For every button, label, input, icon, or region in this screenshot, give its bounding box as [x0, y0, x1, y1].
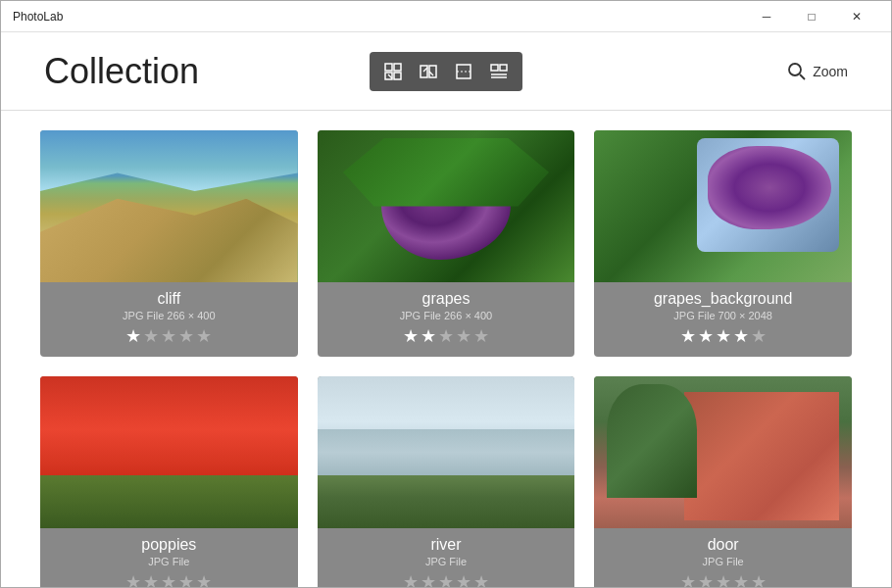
zoom-label: Zoom — [813, 64, 848, 79]
star-1[interactable]: ★ — [680, 325, 696, 347]
app-header: Collection — [1, 32, 891, 111]
star-2[interactable]: ★ — [421, 571, 436, 587]
photo-stars-cliff[interactable]: ★★★★★ — [50, 325, 288, 347]
photo-stars-door[interactable]: ★★★★★ — [604, 571, 842, 587]
svg-rect-7 — [457, 65, 471, 78]
photo-card-grapes[interactable]: grapesJPG File 266 × 400★★★★★ — [318, 130, 575, 357]
photo-meta-cliff: JPG File 266 × 400 — [50, 310, 288, 321]
photo-info-grapes_background: grapes_backgroundJPG File 700 × 2048★★★★… — [594, 282, 852, 357]
header-right: Zoom — [787, 62, 848, 81]
toolbar-grid-button[interactable] — [379, 58, 407, 85]
photo-name-river: river — [327, 536, 566, 554]
star-2[interactable]: ★ — [143, 325, 159, 347]
toolbar — [370, 52, 522, 91]
star-3[interactable]: ★ — [438, 325, 454, 347]
star-4[interactable]: ★ — [456, 325, 471, 347]
star-5[interactable]: ★ — [196, 571, 212, 587]
star-5[interactable]: ★ — [196, 325, 212, 347]
photo-thumb-grapes_background — [594, 130, 852, 282]
toolbar-list-button[interactable] — [485, 58, 513, 85]
star-4[interactable]: ★ — [178, 325, 194, 347]
star-2[interactable]: ★ — [698, 325, 714, 347]
photo-stars-river[interactable]: ★★★★★ — [327, 571, 566, 587]
photo-info-poppies: poppiesJPG File★★★★★ — [40, 528, 298, 587]
photo-name-grapes: grapes — [327, 290, 566, 308]
photo-name-cliff: cliff — [50, 290, 288, 308]
star-5[interactable]: ★ — [751, 325, 767, 347]
maximize-button[interactable]: □ — [789, 1, 834, 32]
star-1[interactable]: ★ — [680, 571, 696, 587]
photo-meta-door: JPG File — [604, 556, 842, 567]
photo-thumb-door — [594, 376, 852, 528]
close-button[interactable]: ✕ — [834, 1, 879, 32]
star-1[interactable]: ★ — [125, 571, 141, 587]
photo-stars-poppies[interactable]: ★★★★★ — [50, 571, 288, 587]
svg-rect-9 — [491, 65, 498, 71]
star-1[interactable]: ★ — [403, 571, 419, 587]
photo-grid: cliffJPG File 266 × 400★★★★★grapesJPG Fi… — [40, 130, 852, 587]
svg-rect-3 — [394, 73, 401, 79]
photo-thumb-grapes — [318, 130, 575, 282]
photo-stars-grapes[interactable]: ★★★★★ — [327, 325, 566, 347]
toolbar-compare-button[interactable] — [415, 58, 442, 85]
photo-info-river: riverJPG File★★★★★ — [318, 528, 575, 587]
svg-rect-2 — [385, 73, 392, 79]
svg-rect-1 — [394, 64, 401, 71]
svg-rect-10 — [500, 65, 507, 71]
minimize-button[interactable]: ─ — [744, 1, 789, 32]
star-5[interactable]: ★ — [751, 571, 767, 587]
star-5[interactable]: ★ — [473, 571, 489, 587]
photo-stars-grapes_background[interactable]: ★★★★★ — [604, 325, 842, 347]
star-3[interactable]: ★ — [716, 571, 731, 587]
photo-name-poppies: poppies — [50, 536, 288, 554]
photo-thumb-river — [318, 376, 575, 528]
photo-info-door: doorJPG File★★★★★ — [594, 528, 852, 587]
page-title: Collection — [44, 51, 199, 92]
photo-thumb-cliff — [40, 130, 298, 282]
toolbar-single-button[interactable] — [450, 58, 477, 85]
photo-card-poppies[interactable]: poppiesJPG File★★★★★ — [40, 376, 298, 587]
photo-name-door: door — [604, 536, 842, 554]
star-3[interactable]: ★ — [161, 571, 176, 587]
photo-card-door[interactable]: doorJPG File★★★★★ — [594, 376, 852, 587]
star-1[interactable]: ★ — [125, 325, 141, 347]
star-4[interactable]: ★ — [733, 571, 749, 587]
photo-grid-container: cliffJPG File 266 × 400★★★★★grapesJPG Fi… — [1, 111, 891, 587]
star-3[interactable]: ★ — [438, 571, 454, 587]
app-title: PhotoLab — [13, 10, 744, 24]
photo-meta-river: JPG File — [327, 556, 566, 567]
photo-card-cliff[interactable]: cliffJPG File 266 × 400★★★★★ — [40, 130, 298, 357]
photo-info-cliff: cliffJPG File 266 × 400★★★★★ — [40, 282, 298, 357]
star-5[interactable]: ★ — [473, 325, 489, 347]
title-bar: PhotoLab ─ □ ✕ — [1, 1, 891, 32]
star-3[interactable]: ★ — [161, 325, 176, 347]
photo-meta-grapes: JPG File 266 × 400 — [327, 310, 566, 321]
app-window: PhotoLab ─ □ ✕ Collection — [0, 0, 892, 588]
star-3[interactable]: ★ — [716, 325, 731, 347]
window-controls: ─ □ ✕ — [744, 1, 879, 32]
star-4[interactable]: ★ — [733, 325, 749, 347]
photo-name-grapes_background: grapes_background — [604, 290, 842, 308]
star-1[interactable]: ★ — [403, 325, 419, 347]
svg-point-13 — [789, 64, 801, 75]
photo-card-river[interactable]: riverJPG File★★★★★ — [318, 376, 575, 587]
star-4[interactable]: ★ — [178, 571, 194, 587]
photo-info-grapes: grapesJPG File 266 × 400★★★★★ — [318, 282, 575, 357]
star-2[interactable]: ★ — [421, 325, 436, 347]
photo-card-grapes_background[interactable]: grapes_backgroundJPG File 700 × 2048★★★★… — [594, 130, 852, 357]
photo-meta-grapes_background: JPG File 700 × 2048 — [604, 310, 842, 321]
photo-thumb-poppies — [40, 376, 298, 528]
star-2[interactable]: ★ — [143, 571, 159, 587]
svg-line-14 — [800, 74, 805, 79]
photo-meta-poppies: JPG File — [50, 556, 288, 567]
star-2[interactable]: ★ — [698, 571, 714, 587]
svg-rect-0 — [385, 64, 392, 71]
star-4[interactable]: ★ — [456, 571, 471, 587]
search-icon[interactable] — [787, 62, 807, 81]
